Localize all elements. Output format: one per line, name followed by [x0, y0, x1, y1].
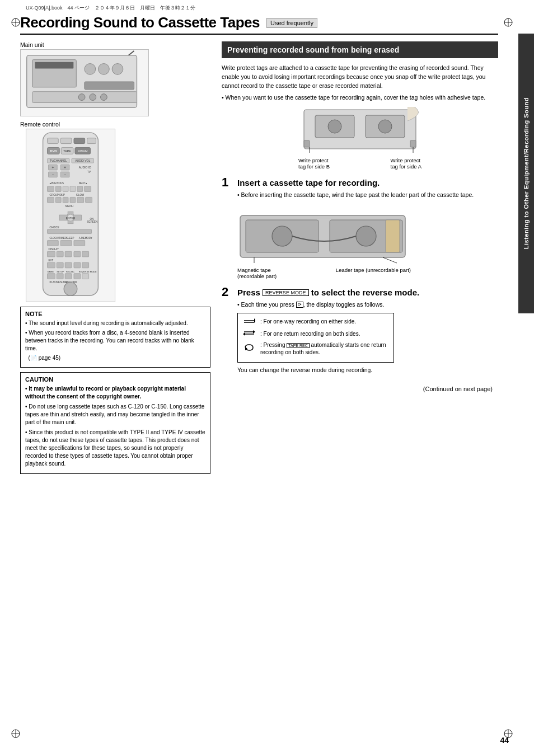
svg-text:SETUP: SETUP [57, 270, 64, 273]
reverse-mode-2: : For one return recording on both sides… [242, 329, 389, 339]
cassette-label-left: Magnetic tape(recordable part) [237, 267, 277, 279]
svg-rect-54 [70, 186, 76, 192]
note-item-2: • When you record tracks from a disc, a … [25, 329, 205, 353]
cassette-label-right: Leader tape (unrecordable part) [336, 267, 411, 279]
svg-rect-101 [82, 274, 89, 279]
svg-point-16 [112, 64, 123, 75]
svg-rect-60 [55, 197, 61, 203]
svg-point-15 [99, 64, 110, 75]
svg-rect-97 [48, 274, 55, 279]
left-column: Main unit [20, 41, 210, 474]
step-1-number: 1 [222, 176, 233, 189]
section-heading-preventing: Preventing recorded sound from being era… [222, 41, 498, 58]
step-2-note-text: You can change the reverse mode during r… [237, 366, 498, 375]
svg-marker-126 [253, 330, 255, 334]
svg-text:AUDIO VOL: AUDIO VOL [75, 159, 90, 162]
svg-rect-21 [35, 62, 74, 69]
svg-point-104 [64, 282, 77, 295]
svg-text:A.MEMORY: A.MEMORY [79, 237, 92, 240]
step-2-intro: • Each time you press ⟳, the display tog… [237, 300, 498, 309]
reverse-modes-box: : For one-way recording on either side. … [237, 313, 394, 363]
section-heading-text: Preventing recorded sound from being era… [227, 45, 399, 54]
svg-rect-89 [57, 262, 63, 268]
page-title: Recording Sound to Cassette Tapes [20, 14, 260, 31]
svg-point-108 [328, 120, 341, 133]
svg-rect-90 [65, 262, 72, 268]
svg-text:MENU: MENU [65, 205, 74, 208]
note-item-3: (📄 page 45) [25, 354, 205, 362]
mode-2-desc: : For one return recording on both sides… [260, 330, 360, 337]
svg-text:DISPLAY: DISPLAY [49, 248, 59, 251]
svg-rect-82 [48, 251, 55, 257]
svg-text:FM/AM: FM/AM [78, 149, 88, 153]
svg-text:GROUP SKIP: GROUP SKIP [49, 194, 65, 196]
svg-text:SLEEP: SLEEP [66, 237, 74, 240]
note-item-1: • The sound input level during recording… [25, 320, 205, 327]
caution-item-2: • Do not use long cassette tapes such as… [25, 403, 205, 426]
svg-rect-27 [74, 138, 85, 144]
step-2-body: • Each time you press ⟳, the display tog… [222, 300, 498, 309]
svg-text:ENTER: ENTER [66, 217, 76, 220]
right-sidebar: Listening to Other Equipment/Recording S… [518, 34, 534, 313]
svg-rect-28 [87, 138, 96, 144]
svg-rect-91 [74, 262, 81, 268]
reverse-mode-1: : For one-way recording on either side. [242, 317, 389, 326]
svg-rect-63 [77, 197, 84, 203]
svg-text:+: + [51, 166, 54, 170]
remote-label: Remote control [20, 121, 210, 128]
step-1-title: Insert a cassette tape for recording. [237, 177, 380, 189]
mode-1-desc: : For one-way recording on either side. [260, 318, 356, 325]
section1-para2: • When you want to use the cassette tape… [222, 93, 498, 102]
reverse-mode-button-label: REVERSE MODE [263, 289, 309, 296]
svg-text:+: + [64, 166, 66, 170]
title-area: Recording Sound to Cassette Tapes Used f… [20, 14, 498, 35]
svg-rect-111 [410, 140, 416, 147]
svg-rect-62 [70, 197, 76, 203]
svg-rect-52 [55, 186, 61, 192]
sidebar-label: Listening to Other Equipment/Recording S… [523, 97, 530, 249]
mode-3-icon [242, 344, 256, 353]
mode-3-desc: : Pressing TAPE REC automatically starts… [260, 341, 389, 356]
svg-rect-86 [82, 251, 89, 257]
mode-2-icon [242, 329, 256, 339]
step-1-body: • Before inserting the cassette tape, wi… [222, 191, 498, 200]
caution-text: • It may be unlawful to record or playba… [25, 385, 205, 468]
step-1: 1 Insert a cassette tape for recording. … [222, 176, 498, 279]
note-title: NOTE [25, 311, 205, 317]
page: Listening to Other Equipment/Recording S… [0, 0, 534, 756]
svg-rect-53 [63, 186, 68, 192]
svg-marker-128 [243, 332, 245, 336]
svg-rect-55 [77, 186, 83, 192]
step-2-title: Press REVERSE MODE to select the reverse… [237, 287, 419, 298]
wp-label-a: Write protecttag for side A [391, 157, 421, 170]
svg-text:TV: TV [87, 171, 91, 173]
svg-rect-78 [48, 240, 59, 246]
mode-1-icon [242, 317, 256, 326]
svg-text:EXT: EXT [49, 259, 54, 262]
svg-point-109 [378, 120, 392, 133]
svg-text:REVERSE MODE: REVERSE MODE [79, 270, 97, 273]
svg-rect-83 [57, 251, 63, 257]
svg-rect-120 [386, 220, 400, 252]
svg-text:CLOCK/TIMER: CLOCK/TIMER [49, 237, 66, 240]
step-2-header: 2 Press REVERSE MODE to select the rever… [222, 286, 498, 298]
svg-text:−: − [51, 173, 54, 177]
remote-image: DVD TAPE FM/AM TV/CHANNEL AUDIO VOL + [20, 129, 210, 302]
svg-marker-123 [254, 318, 255, 323]
page-number: 44 [500, 736, 509, 745]
used-frequently-badge: Used frequently [266, 18, 317, 28]
step-1-text: • Before inserting the cassette tape, wi… [237, 191, 498, 200]
svg-line-23 [129, 51, 134, 55]
svg-rect-51 [48, 186, 54, 192]
reverse-mode-inline-icon: ⟳ [296, 302, 303, 308]
svg-rect-25 [48, 138, 59, 144]
note-text: • The sound input level during recording… [25, 320, 205, 362]
svg-rect-74 [48, 229, 92, 234]
svg-rect-59 [48, 197, 54, 203]
step-1-header: 1 Insert a cassette tape for recording. [222, 176, 498, 189]
svg-rect-92 [82, 262, 89, 268]
section1-body2: • When you want to use the cassette tape… [222, 93, 498, 102]
step-2-note: You can change the reverse mode during r… [222, 366, 498, 375]
write-protect-image [298, 107, 421, 157]
svg-text:TV/CHANNEL: TV/CHANNEL [50, 159, 67, 162]
